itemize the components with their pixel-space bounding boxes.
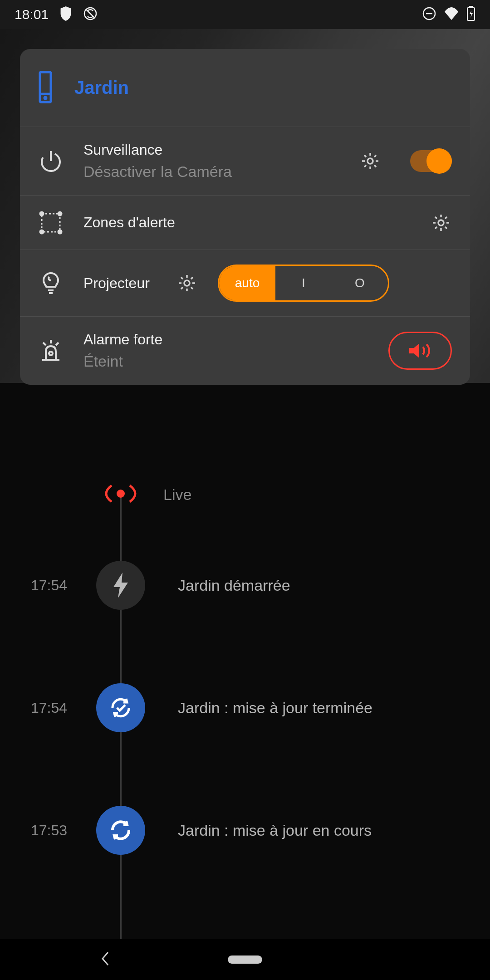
event-label: Jardin : mise à jour terminée [178,699,372,717]
surveillance-title: Surveillance [83,142,339,158]
event-label: Jardin : mise à jour en cours [178,822,372,839]
alarm-title: Alarme forte [83,331,368,348]
projector-settings-button[interactable] [176,272,198,294]
timeline-event[interactable]: 17:54 Jardin démarrée [0,558,490,612]
timeline-event[interactable]: 17:54 Jardin : mise à jour terminée [0,681,490,735]
back-button[interactable] [100,951,111,969]
live-label: Live [163,486,191,504]
projector-mode-off[interactable]: O [332,266,388,300]
svg-point-17 [438,220,444,225]
wifi-icon [444,7,459,22]
svg-rect-12 [42,214,60,232]
svg-point-14 [58,212,62,216]
bolt-icon [96,561,145,610]
svg-line-25 [56,343,59,345]
svg-point-13 [40,212,44,216]
event-time: 17:54 [31,700,67,716]
event-time: 17:53 [31,822,67,839]
shield-icon [59,6,72,23]
surveillance-subtitle: Désactiver la Caméra [83,163,339,181]
home-indicator[interactable] [228,956,262,964]
navigation-bar [0,939,490,980]
event-label: Jardin démarrée [178,577,290,594]
svg-rect-4 [470,6,472,8]
alert-zones-row[interactable]: Zones d'alerte [20,196,470,250]
svg-point-15 [40,230,44,234]
svg-point-20 [184,280,190,286]
alarm-trigger-button[interactable] [388,332,452,370]
svg-point-22 [49,352,53,355]
camera-device-icon [38,70,53,106]
zones-settings-button[interactable] [430,212,452,234]
panel-header[interactable]: Jardin [20,49,470,127]
sync-check-icon [96,683,145,732]
bulb-icon [38,270,64,296]
svg-point-16 [58,230,62,234]
timeline[interactable]: Live 17:54 Jardin démarrée 17:54 Jardin … [0,463,490,939]
no-sync-icon [83,6,98,23]
surveillance-settings-button[interactable] [359,150,381,172]
status-time: 18:01 [15,7,49,22]
zones-icon [38,211,64,235]
live-row[interactable]: Live [0,467,490,522]
projector-title: Projecteur [83,275,156,292]
svg-point-8 [44,97,46,99]
projector-mode-on[interactable]: I [275,266,332,300]
timeline-event[interactable]: 17:53 Jardin : mise à jour en cours [0,803,490,858]
svg-point-11 [368,158,373,164]
surveillance-row: Surveillance Désactiver la Caméra [20,127,470,196]
zones-title: Zones d'alerte [83,214,410,231]
svg-point-5 [117,490,125,498]
projector-mode-auto[interactable]: auto [219,266,275,300]
sync-icon [96,806,145,855]
speaker-icon [407,341,433,361]
camera-settings-panel: Jardin Surveillance Désactiver la Caméra… [20,49,470,385]
svg-line-24 [43,343,46,345]
siren-icon [38,338,64,363]
dnd-icon [422,6,436,23]
event-time: 17:54 [31,577,67,594]
alarm-subtitle: Éteint [83,353,368,370]
projector-mode-segment: auto I O [218,265,389,302]
surveillance-toggle[interactable] [410,150,452,172]
projector-row: Projecteur auto I O [20,250,470,317]
power-icon [38,149,64,173]
live-icon [103,482,138,507]
camera-name: Jardin [74,78,129,98]
battery-charging-icon [466,6,475,23]
status-bar: 18:01 [0,0,490,29]
alarm-row: Alarme forte Éteint [20,317,470,385]
